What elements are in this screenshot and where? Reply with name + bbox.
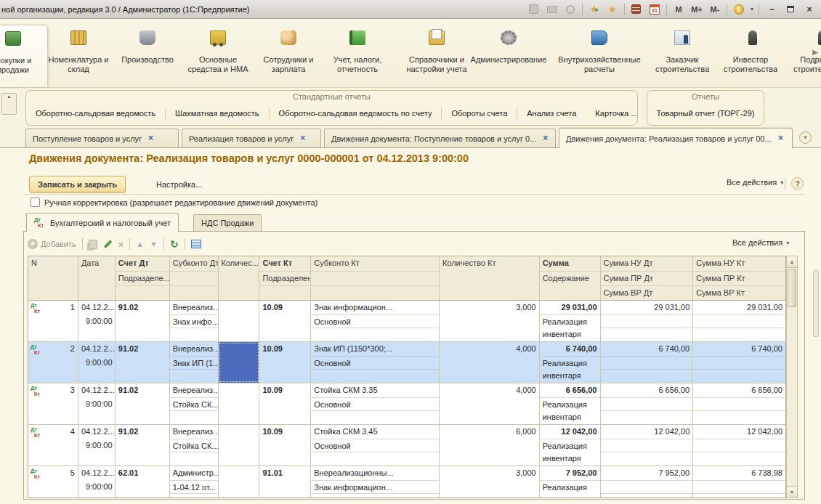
cell-subkonto-kt[interactable]: Знак ИП (1150*300;...Основной	[311, 342, 440, 383]
edit-button[interactable]	[103, 243, 113, 245]
cell-date[interactable]: 04.12.2...9:00:00	[78, 466, 116, 498]
page-all-actions-button[interactable]: Все действия ▾	[727, 178, 783, 187]
save-button[interactable]	[527, 4, 541, 15]
cell-kolichestvo-kt[interactable]: 3,000	[440, 466, 540, 498]
section-zakazchik-stroitelstva[interactable]: Заказчик строительства	[649, 25, 716, 87]
cell-summa-nu-kt[interactable]: 6 656,00	[693, 383, 785, 424]
cell-subkonto-kt[interactable]: Знак информацион...Основной	[311, 301, 440, 341]
section-vnutrihozyaystvennye-raschety[interactable]: Внутрихозяйственные расчеты	[552, 25, 647, 87]
favorites-button[interactable]: ★	[606, 4, 619, 15]
cell-summa-nu-dt[interactable]: 6 656,00	[601, 383, 694, 424]
cell-n[interactable]: ДтКт 5	[28, 466, 78, 498]
cell-subkonto-kt[interactable]: Стойка СКМ 3.35Основной	[311, 383, 440, 424]
cell-summa-nu-dt[interactable]: 7 952,00	[601, 466, 694, 498]
table-row[interactable]: ДтКт 4 04.12.2...9:00:00 91.02 Внереализ…	[28, 425, 785, 466]
cell-n[interactable]: ДтКт 4	[28, 425, 78, 466]
cell-schet-dt[interactable]: 91.02	[116, 342, 170, 383]
cell-schet-kt[interactable]: 10.09	[259, 383, 311, 424]
scrollbar-thumb[interactable]	[788, 269, 796, 307]
cell-schet-dt[interactable]: 91.02	[116, 425, 170, 466]
cell-schet-kt[interactable]: 10.09	[259, 425, 311, 466]
section-administrirovanie[interactable]: Администрирование	[466, 25, 551, 87]
restore-button[interactable]	[784, 4, 797, 15]
cell-summa-nu-dt[interactable]: 6 740,00	[601, 342, 694, 383]
cell-kolichestvo-dt[interactable]	[219, 383, 260, 424]
close-icon[interactable]: ×	[543, 134, 548, 142]
manual-correction-checkbox[interactable]	[31, 198, 40, 207]
cell-schet-dt[interactable]: 91.02	[116, 383, 170, 424]
close-icon[interactable]: ×	[300, 134, 305, 142]
print-preview-button[interactable]	[564, 4, 577, 15]
refresh-button[interactable]: ↻	[170, 238, 179, 250]
cell-subkonto-dt[interactable]: Внереализ...Знак ИП (1...	[170, 342, 219, 383]
right-scrollbar[interactable]	[813, 270, 819, 337]
copy-button[interactable]	[89, 240, 97, 249]
cell-kolichestvo-kt[interactable]: 4,000	[440, 342, 540, 383]
cell-schet-dt[interactable]: 91.02	[116, 301, 170, 341]
section-proizvodstvo[interactable]: Производство	[115, 25, 180, 87]
cell-n[interactable]: ДтКт 2	[28, 342, 78, 383]
memory-plus-button[interactable]: M+	[690, 4, 703, 15]
scroll-down-button[interactable]: ▼	[787, 486, 797, 497]
cell-summa-nu-dt[interactable]: 29 031,00	[601, 301, 694, 341]
cell-kolichestvo-kt[interactable]: 4,000	[440, 383, 540, 424]
section-sotrudniki-i-zarplata[interactable]: Сотрудники и зарплата	[256, 25, 321, 87]
section-podryadchik-stroitelstva[interactable]: Подрядчик строительства	[785, 25, 821, 87]
memory-minus-button[interactable]: M-	[708, 4, 721, 15]
help-button[interactable]: ?	[791, 177, 804, 190]
section-osnovnye-sredstva[interactable]: Основные средства и НМА	[182, 25, 254, 87]
cell-schet-kt[interactable]: 10.09	[259, 342, 311, 383]
table-row[interactable]: ДтКт 5 04.12.2...9:00:00 62.01 Администр…	[28, 466, 785, 498]
memory-button[interactable]: M	[672, 4, 685, 15]
cell-kolichestvo-dt-focused[interactable]	[219, 342, 260, 383]
cell-date[interactable]: 04.12.2...9:00:00	[78, 342, 116, 383]
table-scrollbar[interactable]: ▲ ▼	[786, 256, 798, 498]
cell-kolichestvo-dt[interactable]	[219, 466, 260, 498]
cell-schet-kt[interactable]: 10.09	[259, 301, 311, 341]
cell-summa-nu-kt[interactable]: 6 740,00	[693, 342, 785, 383]
cell-summa[interactable]: 29 031,00Реализацияинвентаря	[540, 301, 601, 341]
move-up-button[interactable]: ▲	[136, 240, 144, 248]
cell-summa-nu-kt[interactable]: 29 031,00	[693, 301, 785, 341]
cell-n[interactable]: ДтКт 3	[28, 383, 78, 424]
table-row[interactable]: ДтКт 1 04.12.2...9:00:00 91.02 Внереализ…	[28, 301, 785, 342]
doc-tab-dvizheniya-postuplenie[interactable]: Движения документа: Поступление товаров …	[324, 129, 556, 147]
cell-summa-nu-kt[interactable]: 12 042,00	[693, 425, 785, 466]
tab-nds-prodazhi[interactable]: НДС Продажи	[193, 214, 262, 231]
tabs-overflow-button[interactable]: ▼	[799, 131, 812, 144]
report-item-kartochka[interactable]: Карточка ...	[586, 107, 647, 119]
scroll-up-button[interactable]: ▲	[787, 256, 797, 268]
left-panel-collapse-button[interactable]: ▲	[1, 93, 17, 115]
doc-tab-realizaciya[interactable]: Реализация товаров и услуг ×	[182, 129, 321, 147]
cell-n[interactable]: ДтКт 1	[28, 301, 78, 341]
calendar-button[interactable]: 31	[648, 4, 661, 15]
save-and-close-button[interactable]: Записать и закрыть	[29, 176, 126, 192]
cell-date[interactable]: 04.12.2...9:00:00	[78, 301, 116, 341]
table-settings-button[interactable]	[191, 240, 201, 248]
report-item-analiz-scheta[interactable]: Анализ счета	[517, 107, 586, 119]
move-down-button[interactable]: ▼	[150, 240, 158, 248]
cell-date[interactable]: 04.12.2...9:00:00	[78, 383, 116, 424]
cell-kolichestvo-dt[interactable]	[219, 301, 260, 341]
minimize-button[interactable]: −	[764, 4, 779, 15]
cell-kolichestvo-kt[interactable]: 3,000	[440, 301, 540, 341]
add-button[interactable]: +Добавить	[28, 239, 76, 249]
cell-summa[interactable]: 6 740,00Реализацияинвентаря	[540, 342, 601, 383]
report-item-osv-po-schetu[interactable]: Оборотно-сальдовая ведомость по счету	[269, 107, 442, 119]
calculator-button[interactable]	[630, 4, 643, 15]
grid-all-actions-button[interactable]: Все действия ▾	[732, 238, 789, 247]
report-item-shahmatka[interactable]: Шахматная ведомость	[165, 107, 268, 119]
doc-tab-dvizheniya-realizaciya[interactable]: Движения документа: Реализация товаров и…	[559, 128, 793, 148]
cell-summa[interactable]: 12 042,00Реализацияинвентаря	[540, 425, 601, 466]
cell-subkonto-kt[interactable]: Внереализационны...Знак информацион...	[311, 466, 440, 498]
cell-subkonto-dt[interactable]: Внереализ...Знак инфо...	[170, 301, 219, 341]
cell-kolichestvo-dt[interactable]	[219, 425, 260, 466]
cell-summa-nu-kt[interactable]: 6 738,98	[693, 466, 785, 498]
tab-buhgalterskiy-i-nalogovyy-uchet[interactable]: ДтКт Бухгалтерский и налоговый учет	[26, 213, 179, 232]
settings-button[interactable]: Настройка...	[150, 176, 208, 192]
print-button[interactable]	[546, 4, 559, 15]
cell-subkonto-dt[interactable]: Внереализ...Стойка СК...	[170, 425, 219, 466]
cell-summa[interactable]: 7 952,00Реализация	[540, 466, 601, 498]
section-pokupki-i-prodazhi[interactable]: Покупки и продажи	[0, 25, 48, 87]
cell-subkonto-kt[interactable]: Стойка СКМ 3.45Основной	[311, 425, 440, 466]
